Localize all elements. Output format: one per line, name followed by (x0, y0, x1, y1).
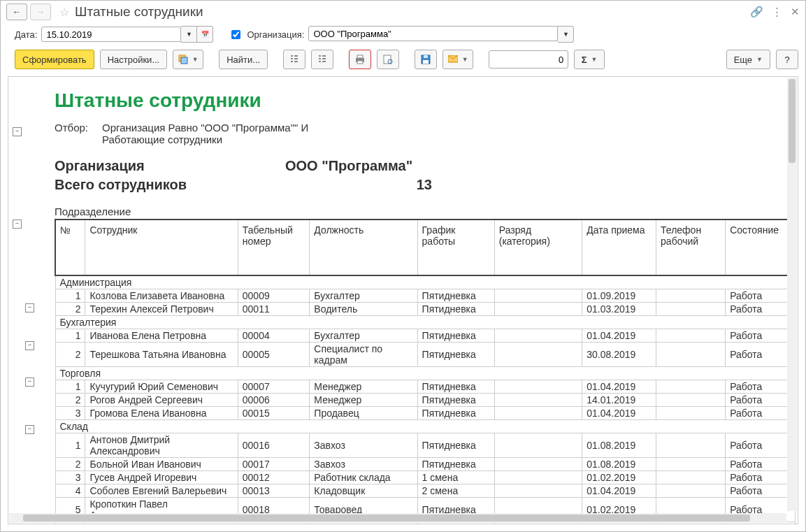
total-value: 13 (285, 177, 432, 193)
settings-button[interactable]: Настройки... (100, 50, 168, 69)
nav-forward-button[interactable]: → (30, 3, 51, 20)
total-label: Всего сотрудников (55, 177, 229, 193)
filter-lines: Организация Равно "ООО "Программа"" И Ра… (102, 122, 308, 145)
close-icon[interactable]: ✕ (791, 6, 800, 18)
table-row[interactable]: 1Козлова Елизавета Ивановна00009Бухгалте… (55, 289, 795, 303)
table-row[interactable]: 1Иванова Елена Петровна00004БухгалтерПят… (55, 329, 795, 343)
filter-label: Отбор: (55, 122, 88, 145)
table-row[interactable]: 2Терешкова Татьяна Ивановна00005Специали… (55, 343, 795, 367)
table-row[interactable]: 3Громова Елена Ивановна00015ПродавецПяти… (55, 407, 795, 420)
date-input[interactable] (41, 27, 181, 42)
table-row[interactable]: 2Рогов Андрей Сергеевич00006МенеджерПяти… (55, 394, 795, 407)
tree-gutter: − − − − − − (8, 77, 48, 524)
col-num: № (55, 220, 85, 275)
window: ← → ☆ Штатные сотрудники 🔗 ⋮ ✕ Дата: ▼ 📅… (0, 0, 806, 532)
table-row[interactable]: 2Терехин Алексей Петрович00011ВодительПя… (55, 303, 795, 316)
find-button[interactable]: Найти... (219, 50, 268, 69)
table-row[interactable]: 1Кучугурий Юрий Семенович00007МенеджерПя… (55, 380, 795, 394)
table-header-row: № Сотрудник Табельный номер Должность Гр… (55, 220, 795, 275)
org-summary-label: Организация (55, 158, 229, 174)
generate-button[interactable]: Сформировать (15, 50, 94, 69)
col-state: Состояние (726, 220, 795, 275)
toggle-group-4[interactable]: − (25, 425, 34, 434)
save-button[interactable] (415, 50, 437, 69)
calendar-icon[interactable]: 📅 (197, 26, 213, 43)
sum-button[interactable]: Σ▼ (574, 50, 605, 69)
svg-rect-1 (181, 57, 187, 64)
section-header: Подразделение (55, 206, 791, 217)
link-icon[interactable]: 🔗 (750, 6, 763, 18)
org-dropdown-button[interactable]: ▼ (558, 26, 574, 43)
table-group-row[interactable]: Администрация (55, 275, 795, 289)
toggle-group-2[interactable]: − (25, 341, 34, 350)
table-row[interactable]: 2Больной Иван Иванович00017ЗавхозПятидне… (55, 458, 795, 471)
variants-button[interactable]: ▼ (173, 50, 203, 69)
report-title: Штатные сотрудники (55, 89, 791, 112)
help-button[interactable]: ? (776, 50, 798, 69)
table-group-row[interactable]: Бухгалтерия (55, 316, 795, 329)
date-label: Дата: (15, 29, 37, 40)
email-button[interactable]: ▼ (442, 50, 473, 69)
toggle-section[interactable]: − (13, 220, 22, 229)
employees-table: № Сотрудник Табельный номер Должность Гр… (55, 219, 796, 524)
table-row[interactable]: 3Гусев Андрей Игоревич00012Работник скла… (55, 471, 795, 484)
col-position: Должность (310, 220, 417, 275)
svg-rect-8 (423, 60, 429, 64)
sum-input[interactable] (489, 50, 568, 69)
scrollbar-horizontal[interactable] (9, 513, 786, 523)
kebab-icon[interactable]: ⋮ (772, 6, 782, 18)
org-input[interactable] (308, 26, 558, 41)
table-group-row[interactable]: Торговля (55, 367, 795, 380)
toolbar: Сформировать Настройки... ▼ Найти... ▼ Σ… (1, 45, 805, 76)
org-checkbox[interactable] (231, 30, 240, 39)
more-button[interactable]: Еще▼ (726, 50, 770, 69)
svg-rect-9 (424, 55, 428, 58)
col-hiredate: Дата приема (582, 220, 656, 275)
col-tabnum: Табельный номер (238, 220, 310, 275)
collapse-groups-button[interactable] (311, 50, 333, 69)
preview-button[interactable] (377, 50, 399, 69)
svg-rect-3 (357, 55, 363, 58)
nav-back-button[interactable]: ← (6, 3, 27, 20)
svg-rect-4 (357, 61, 363, 64)
col-rank: Разряд (категория) (494, 220, 582, 275)
filter-bar: Дата: ▼ 📅 Организация: ▼ (1, 22, 805, 45)
titlebar: ← → ☆ Штатные сотрудники 🔗 ⋮ ✕ (1, 1, 805, 22)
col-phone: Телефон рабочий (656, 220, 726, 275)
report-area: − − − − − − Штатные сотрудники Отбор: Ор… (8, 76, 798, 524)
toggle-group-3[interactable]: − (25, 378, 34, 387)
org-label: Организация: (247, 29, 304, 40)
scrollbar-vertical[interactable] (787, 78, 797, 511)
toggle-root[interactable]: − (13, 127, 22, 136)
expand-groups-button[interactable] (283, 50, 305, 69)
table-row[interactable]: 1Антонов Дмитрий Александрович00016Завхо… (55, 433, 795, 458)
col-schedule: График работы (417, 220, 494, 275)
org-summary-value: ООО "Программа" (285, 158, 412, 174)
page-title: Штатные сотрудники (75, 4, 203, 20)
table-row[interactable]: 4Соболев Евгений Валерьевич00013Кладовщи… (55, 484, 795, 498)
table-group-row[interactable]: Склад (55, 420, 795, 433)
favorite-icon[interactable]: ☆ (59, 6, 69, 19)
col-employee: Сотрудник (85, 220, 238, 275)
toggle-group-1[interactable]: − (25, 303, 34, 312)
print-button[interactable] (349, 50, 371, 69)
date-dropdown-button[interactable]: ▼ (181, 26, 197, 43)
